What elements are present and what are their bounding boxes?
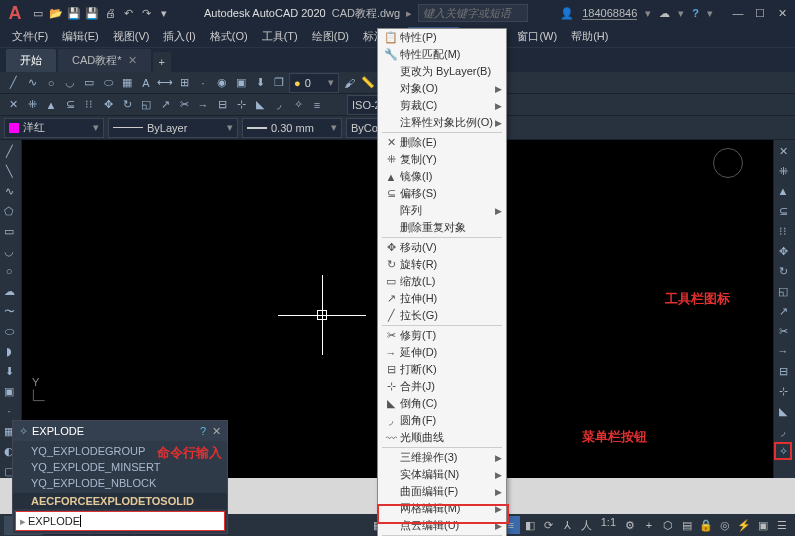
dim-icon[interactable]: ⟷ [156, 74, 174, 92]
arc-tool-icon[interactable]: ◡ [0, 242, 18, 260]
r-erase-icon[interactable]: ✕ [774, 142, 792, 160]
pline-icon[interactable]: ∿ [23, 74, 41, 92]
pline-tool-icon[interactable]: ∿ [0, 182, 18, 200]
isolate-icon[interactable]: ◎ [716, 516, 734, 534]
menu-item[interactable]: ╱拉长(G) [378, 307, 506, 324]
circle-icon[interactable]: ○ [42, 74, 60, 92]
command-input[interactable]: ▸ EXPLODE [15, 511, 225, 531]
r-mirror-icon[interactable]: ▲ [774, 182, 792, 200]
ellipsearc-tool-icon[interactable]: ◗ [0, 342, 18, 360]
menu-help[interactable]: 帮助(H) [565, 27, 614, 46]
spline-tool-icon[interactable]: 〜 [0, 302, 18, 320]
menu-item[interactable]: 对象(O)▶ [378, 80, 506, 97]
move-icon[interactable]: ✥ [99, 96, 117, 114]
measure-icon[interactable]: 📏 [359, 74, 377, 92]
menu-item[interactable]: →延伸(D) [378, 344, 506, 361]
tab-start[interactable]: 开始 [6, 49, 56, 72]
custom-icon[interactable]: ☰ [773, 516, 791, 534]
menu-item[interactable]: ◞圆角(F) [378, 412, 506, 429]
plot-icon[interactable]: 🖨 [102, 5, 118, 21]
save-icon[interactable]: 💾 [66, 5, 82, 21]
hardware-icon[interactable]: ⚡ [735, 516, 753, 534]
point-icon[interactable]: · [194, 74, 212, 92]
user-id[interactable]: 184068846 [582, 7, 637, 20]
r-break-icon[interactable]: ⊟ [774, 362, 792, 380]
r-array-icon[interactable]: ⁝⁝ [774, 222, 792, 240]
lineweight-combo[interactable]: 0.30 mm ▾ [242, 118, 342, 138]
menu-item[interactable]: 曲面编辑(F)▶ [378, 483, 506, 500]
r-trim-icon[interactable]: ✂ [774, 322, 792, 340]
ellipse-tool-icon[interactable]: ⬭ [0, 322, 18, 340]
hatch-icon[interactable]: ▦ [118, 74, 136, 92]
menu-item[interactable]: ◣倒角(C) [378, 395, 506, 412]
viewcube[interactable] [713, 148, 743, 178]
open-icon[interactable]: 📂 [48, 5, 64, 21]
cmd-option-highlight[interactable]: AECFORCEEXPLODETOSOLID [13, 493, 227, 509]
menu-insert[interactable]: 插入(I) [157, 27, 201, 46]
layer-state-combo[interactable]: ● 0 ▾ [289, 73, 339, 93]
a360-icon[interactable]: ☁ [659, 7, 670, 20]
line-tool-icon[interactable]: ╱ [0, 142, 18, 160]
close-button[interactable]: ✕ [773, 5, 791, 21]
r-rotate-icon[interactable]: ↻ [774, 262, 792, 280]
arc-icon[interactable]: ◡ [61, 74, 79, 92]
scale-value[interactable]: 1:1 [597, 516, 620, 534]
align-icon[interactable]: ≡ [308, 96, 326, 114]
menu-item[interactable]: ✕删除(E) [378, 134, 506, 151]
linetype-combo[interactable]: ByLayer ▾ [108, 118, 238, 138]
menu-item[interactable]: 删除重复对象 [378, 219, 506, 236]
r-move-icon[interactable]: ✥ [774, 242, 792, 260]
units-icon[interactable]: ⬡ [659, 516, 677, 534]
menu-item[interactable]: 🔧特性匹配(M) [378, 46, 506, 63]
menu-item[interactable]: ⁜复制(Y) [378, 151, 506, 168]
chamfer-icon[interactable]: ◣ [251, 96, 269, 114]
offset-icon[interactable]: ⊆ [61, 96, 79, 114]
annoscale-icon[interactable]: 人 [578, 516, 596, 534]
help-icon[interactable]: ? [692, 7, 699, 19]
undo-icon[interactable]: ↶ [120, 5, 136, 21]
close-icon[interactable]: ✕ [128, 54, 137, 67]
menu-item[interactable]: 实体编辑(N)▶ [378, 466, 506, 483]
menu-format[interactable]: 格式(O) [204, 27, 254, 46]
line-icon[interactable]: ╱ [4, 74, 22, 92]
erase-icon[interactable]: ✕ [4, 96, 22, 114]
ellipse-icon[interactable]: ⬭ [99, 74, 117, 92]
transparency-icon[interactable]: ◧ [521, 516, 539, 534]
break-icon[interactable]: ⊟ [213, 96, 231, 114]
menu-item[interactable]: ⊹合并(J) [378, 378, 506, 395]
cmd-option[interactable]: YQ_EXPLODE_MINSERT [13, 459, 227, 475]
extend-icon[interactable]: → [194, 96, 212, 114]
explode-icon[interactable]: ✧ [289, 96, 307, 114]
minimize-button[interactable]: — [729, 5, 747, 21]
menu-item[interactable]: ↻旋转(R) [378, 256, 506, 273]
menu-item[interactable]: 网格编辑(M)▶ [378, 500, 506, 517]
rect-icon[interactable]: ▭ [80, 74, 98, 92]
menu-item[interactable]: ⊟打断(K) [378, 361, 506, 378]
region-icon[interactable]: ◉ [213, 74, 231, 92]
scale-icon[interactable]: ◱ [137, 96, 155, 114]
r-extend-icon[interactable]: → [774, 342, 792, 360]
cmd-help-icon[interactable]: ? [200, 425, 206, 437]
makeblock-tool-icon[interactable]: ▣ [0, 382, 18, 400]
menu-tools[interactable]: 工具(T) [256, 27, 304, 46]
r-fillet-icon[interactable]: ◞ [774, 422, 792, 440]
menu-item[interactable]: 阵列▶ [378, 202, 506, 219]
match-icon[interactable]: 🖌 [340, 74, 358, 92]
menu-item[interactable]: ▲镜像(I) [378, 168, 506, 185]
menu-item[interactable]: 剪裁(C)▶ [378, 97, 506, 114]
menu-draw[interactable]: 绘图(D) [306, 27, 355, 46]
annomonitor-icon[interactable]: + [640, 516, 658, 534]
menu-item[interactable]: ✂修剪(T) [378, 327, 506, 344]
fillet-icon[interactable]: ◞ [270, 96, 288, 114]
insert-icon[interactable]: ⬇ [251, 74, 269, 92]
ws-switch-icon[interactable]: ⚙ [621, 516, 639, 534]
new-icon[interactable]: ▭ [30, 5, 46, 21]
circle-tool-icon[interactable]: ○ [0, 262, 18, 280]
insertblock-tool-icon[interactable]: ⬇ [0, 362, 18, 380]
qprops-icon[interactable]: ▤ [678, 516, 696, 534]
saveas-icon[interactable]: 💾 [84, 5, 100, 21]
stretch-icon[interactable]: ↗ [156, 96, 174, 114]
r-explode-icon[interactable]: ✧ [774, 442, 792, 460]
rotate-icon[interactable]: ↻ [118, 96, 136, 114]
revcloud-tool-icon[interactable]: ☁ [0, 282, 18, 300]
